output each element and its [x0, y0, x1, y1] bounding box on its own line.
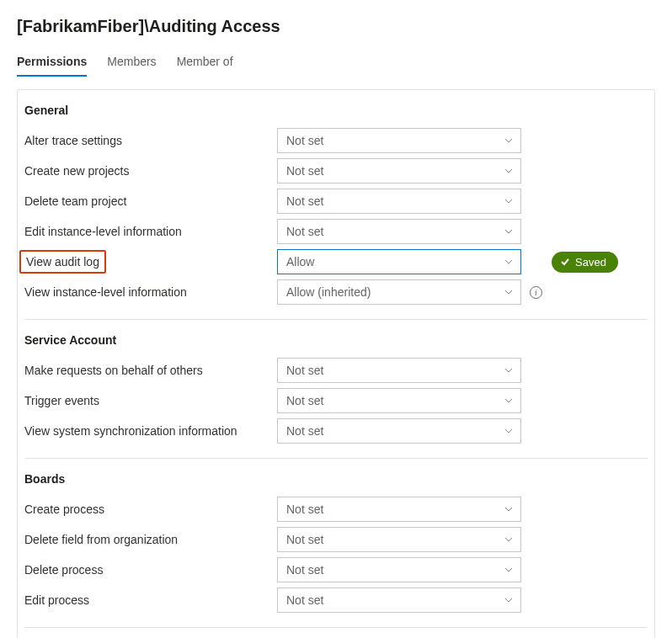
section-title: Repos	[18, 631, 654, 638]
chevron-down-icon	[504, 166, 514, 176]
permission-label: View instance-level information	[24, 280, 277, 304]
check-icon	[560, 257, 570, 267]
chevron-down-icon	[504, 426, 514, 436]
permission-value: Not set	[286, 563, 323, 577]
permission-value: Not set	[286, 134, 323, 147]
saved-badge: Saved	[552, 252, 618, 273]
permission-select[interactable]: Not set	[277, 388, 521, 413]
tab-member-of[interactable]: Member of	[177, 50, 233, 77]
permission-row: Delete processNot set	[18, 555, 654, 585]
chevron-down-icon	[504, 565, 514, 575]
chevron-down-icon	[504, 287, 514, 297]
permission-row: Make requests on behalf of othersNot set	[18, 355, 654, 385]
saved-label: Saved	[575, 256, 606, 268]
permission-value: Not set	[286, 194, 323, 208]
permission-row: Delete team projectNot set	[18, 186, 654, 216]
permission-select[interactable]: Not set	[277, 358, 521, 383]
permission-select[interactable]: Not set	[277, 128, 521, 153]
permission-value: Not set	[286, 533, 323, 546]
section-divider	[24, 627, 648, 628]
tab-members[interactable]: Members	[107, 50, 156, 77]
chevron-down-icon	[504, 595, 514, 605]
permission-label: Alter trace settings	[24, 129, 277, 152]
permission-value: Not set	[286, 424, 323, 438]
permission-row: Alter trace settingsNot set	[18, 125, 654, 156]
tab-bar: PermissionsMembersMember of	[17, 50, 655, 77]
permission-row: View system synchronization informationN…	[18, 416, 654, 446]
chevron-down-icon	[504, 534, 514, 545]
permission-value: Allow (inherited)	[286, 285, 371, 299]
permission-row: View audit logAllowSaved	[18, 247, 654, 277]
permission-value: Not set	[286, 593, 323, 607]
permissions-panel: GeneralAlter trace settingsNot setCreate…	[17, 89, 655, 638]
permission-label: Create new projects	[24, 159, 277, 183]
chevron-down-icon	[504, 504, 514, 514]
permission-label: Delete field from organization	[24, 528, 277, 551]
permission-row: Edit processNot set	[18, 585, 654, 615]
permission-value: Not set	[286, 394, 323, 407]
chevron-down-icon	[504, 136, 514, 146]
chevron-down-icon	[504, 226, 514, 237]
permission-value: Allow	[286, 255, 314, 268]
permission-select[interactable]: Not set	[277, 418, 521, 444]
permission-select[interactable]: Not set	[277, 158, 521, 183]
permission-select[interactable]: Not set	[277, 497, 521, 522]
permission-select[interactable]: Allow	[277, 249, 521, 274]
permission-row: Delete field from organizationNot set	[18, 524, 654, 555]
permission-value: Not set	[286, 225, 323, 238]
section-divider	[24, 319, 648, 320]
permission-label: Edit process	[24, 588, 277, 612]
permission-row: Create processNot set	[18, 494, 654, 524]
section-title: Service Account	[18, 323, 654, 355]
permission-label: View system synchronization information	[24, 419, 277, 443]
permission-value: Not set	[286, 164, 323, 178]
permission-select[interactable]: Not set	[277, 189, 521, 214]
tab-permissions[interactable]: Permissions	[17, 50, 87, 77]
permission-label: Create process	[24, 497, 277, 521]
page-title: [FabrikamFiber]\Auditing Access	[17, 17, 655, 36]
permission-row: Edit instance-level informationNot set	[18, 216, 654, 247]
permission-value: Not set	[286, 502, 323, 516]
section-title: Boards	[18, 462, 654, 494]
permission-select[interactable]: Not set	[277, 587, 521, 613]
chevron-down-icon	[504, 196, 514, 206]
permission-select[interactable]: Not set	[277, 219, 521, 244]
permission-row: Create new projectsNot set	[18, 156, 654, 186]
permission-label: Delete team project	[24, 189, 277, 213]
permission-label: View audit log	[19, 250, 106, 274]
chevron-down-icon	[504, 365, 514, 375]
permission-label: Edit instance-level information	[24, 220, 277, 243]
permission-row: View instance-level informationAllow (in…	[18, 277, 654, 307]
permission-select[interactable]: Not set	[277, 557, 521, 582]
permission-row: Trigger eventsNot set	[18, 385, 654, 416]
permission-label: Trigger events	[24, 389, 277, 412]
chevron-down-icon	[504, 257, 514, 267]
section-divider	[24, 458, 648, 459]
info-icon[interactable]: i	[530, 286, 542, 299]
section-title: General	[18, 93, 654, 125]
permission-label: Delete process	[24, 558, 277, 582]
chevron-down-icon	[504, 396, 514, 406]
permission-value: Not set	[286, 364, 323, 377]
permission-label: Make requests on behalf of others	[24, 359, 277, 382]
permission-select[interactable]: Not set	[277, 527, 521, 552]
permission-select[interactable]: Allow (inherited)	[277, 279, 521, 305]
